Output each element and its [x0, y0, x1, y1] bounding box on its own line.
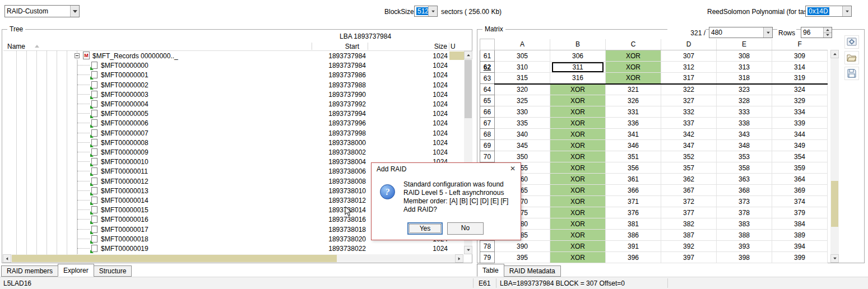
tree-item[interactable]: $MFT0000000618937379961024 — [4, 118, 464, 128]
matrix-cell[interactable]: 362 — [661, 174, 717, 185]
matrix-parity-cell[interactable]: XOR — [550, 196, 606, 207]
matrix-parity-cell[interactable]: XOR — [550, 185, 606, 196]
matrix-cell[interactable]: 353 — [717, 151, 772, 162]
spinner-down-icon[interactable] — [824, 33, 832, 38]
matrix-row-header[interactable]: 66 — [480, 106, 495, 118]
matrix-cell[interactable]: 315 — [495, 73, 550, 84]
tree-item[interactable]: $MFT0000000418937379921024 — [4, 99, 464, 109]
matrix-cell[interactable]: 318 — [717, 73, 772, 84]
column-header-start[interactable]: Start — [258, 43, 359, 50]
tree-item[interactable]: M$MFT_Records 00000000.._18937379841024 — [4, 51, 464, 60]
dialog-title-bar[interactable]: Add RAID ✕ — [372, 163, 521, 175]
column-header-size[interactable]: Size — [365, 43, 447, 50]
matrix-cell[interactable]: 378 — [717, 207, 772, 218]
tree-item[interactable]: $MFT0000000218937379881024 — [4, 80, 464, 90]
blocksize-select[interactable]: 512 — [414, 6, 438, 17]
tree-item[interactable]: $MFT0000000118937379861024 — [4, 70, 464, 80]
matrix-cell[interactable]: 312 — [661, 62, 717, 73]
matrix-cell[interactable]: 336 — [606, 118, 661, 129]
tab-raid-metadata[interactable]: RAID Metadata — [504, 265, 561, 277]
matrix-row-header[interactable]: 68 — [480, 129, 495, 140]
scroll-up-icon[interactable] — [464, 51, 472, 59]
matrix-cell[interactable]: 383 — [717, 218, 772, 230]
matrix-cell[interactable]: 388 — [717, 230, 772, 241]
matrix-cell[interactable]: 367 — [661, 185, 717, 196]
matrix-parity-cell[interactable]: XOR — [606, 62, 661, 73]
matrix-cell[interactable]: 317 — [661, 73, 717, 84]
matrix-cell[interactable]: 330 — [495, 106, 550, 118]
matrix-cell[interactable]: 331 — [606, 106, 661, 118]
matrix-cell[interactable]: 344 — [772, 129, 828, 140]
tree-item[interactable]: $MFT0000000718937379981024 — [4, 128, 464, 138]
raid-type-select[interactable]: RAID-Custom — [4, 5, 80, 17]
matrix-cell[interactable]: 332 — [661, 106, 717, 118]
matrix-cell[interactable]: 310 — [495, 62, 550, 73]
tree-item[interactable]: $MFT0000000918937380021024 — [4, 147, 464, 157]
matrix-row-header[interactable]: 61 — [480, 50, 495, 62]
scroll-thumb[interactable] — [465, 60, 472, 118]
matrix-settings-button[interactable] — [844, 35, 859, 49]
matrix-cell[interactable]: 326 — [606, 95, 661, 106]
matrix-cell[interactable]: 384 — [772, 218, 828, 230]
matrix-cell[interactable]: 390 — [495, 241, 550, 252]
matrix-cell[interactable]: 393 — [717, 241, 772, 252]
tab-table[interactable]: Table — [477, 264, 504, 277]
open-config-button[interactable] — [844, 51, 859, 64]
tree-item[interactable]: $MFT0000000818937380001024 — [4, 138, 464, 147]
matrix-cell[interactable]: 377 — [661, 207, 717, 218]
scroll-down-icon[interactable] — [464, 246, 472, 254]
matrix-cell[interactable]: 361 — [606, 174, 661, 185]
matrix-column-header[interactable]: E — [717, 39, 772, 50]
matrix-parity-cell[interactable]: XOR — [550, 95, 606, 106]
matrix-cell[interactable]: 381 — [606, 218, 661, 230]
matrix-row-header[interactable]: 64 — [480, 84, 495, 95]
matrix-cell[interactable]: 335 — [495, 118, 550, 129]
matrix-parity-cell[interactable]: XOR — [550, 207, 606, 218]
matrix-cell[interactable]: 337 — [661, 118, 717, 129]
matrix-cell[interactable]: 341 — [606, 129, 661, 140]
matrix-row-header[interactable]: 65 — [480, 95, 495, 106]
matrix-row-header[interactable]: 69 — [480, 140, 495, 151]
matrix-parity-cell[interactable]: XOR — [550, 140, 606, 151]
matrix-cell[interactable]: 376 — [606, 207, 661, 218]
matrix-cell[interactable]: 374 — [772, 196, 828, 207]
matrix-cell[interactable]: 340 — [495, 129, 550, 140]
chevron-down-icon[interactable] — [763, 27, 772, 38]
close-icon[interactable]: ✕ — [510, 165, 516, 173]
matrix-parity-cell[interactable]: XOR — [606, 73, 661, 84]
matrix-cell[interactable]: 327 — [661, 95, 717, 106]
matrix-column-header[interactable]: B — [550, 39, 606, 50]
matrix-parity-cell[interactable]: XOR — [550, 151, 606, 162]
chevron-down-icon[interactable] — [70, 6, 79, 17]
column-header-u[interactable]: U — [451, 43, 456, 50]
matrix-cell[interactable]: 321 — [606, 84, 661, 95]
matrix-cell[interactable]: 313 — [717, 62, 772, 73]
rows-spinner[interactable]: 96 — [801, 27, 832, 38]
matrix-row-header[interactable]: 79 — [480, 252, 495, 263]
no-button[interactable]: No — [447, 222, 484, 235]
matrix-cell[interactable]: 391 — [606, 241, 661, 252]
matrix-vertical-scrollbar[interactable] — [830, 50, 839, 263]
matrix-cell[interactable]: 346 — [606, 140, 661, 151]
matrix-parity-cell[interactable]: XOR — [550, 118, 606, 129]
total-blocks-select[interactable]: 480 — [709, 27, 773, 38]
tree-item[interactable]: $MFT0000000518937379941024 — [4, 109, 464, 118]
matrix-parity-cell[interactable]: XOR — [606, 50, 661, 62]
matrix-cell[interactable]: 307 — [661, 50, 717, 62]
matrix-cell[interactable]: 356 — [606, 162, 661, 174]
matrix-column-header[interactable]: C — [606, 39, 661, 50]
matrix-cell[interactable]: 382 — [661, 218, 717, 230]
matrix-cell[interactable]: 333 — [717, 106, 772, 118]
collapse-toggle-icon[interactable] — [75, 53, 80, 58]
matrix-cell[interactable]: 323 — [717, 84, 772, 95]
matrix-cell[interactable]: 369 — [772, 185, 828, 196]
matrix-cell[interactable]: 342 — [661, 129, 717, 140]
chevron-down-icon[interactable] — [842, 6, 851, 16]
matrix-parity-cell[interactable]: XOR — [550, 252, 606, 263]
matrix-cell[interactable]: 349 — [772, 140, 828, 151]
matrix-parity-cell[interactable]: XOR — [550, 241, 606, 252]
matrix-cell[interactable]: 345 — [495, 140, 550, 151]
matrix-cell[interactable]: 348 — [717, 140, 772, 151]
matrix-cell[interactable]: 394 — [772, 241, 828, 252]
matrix-cell[interactable]: 305 — [495, 50, 550, 62]
